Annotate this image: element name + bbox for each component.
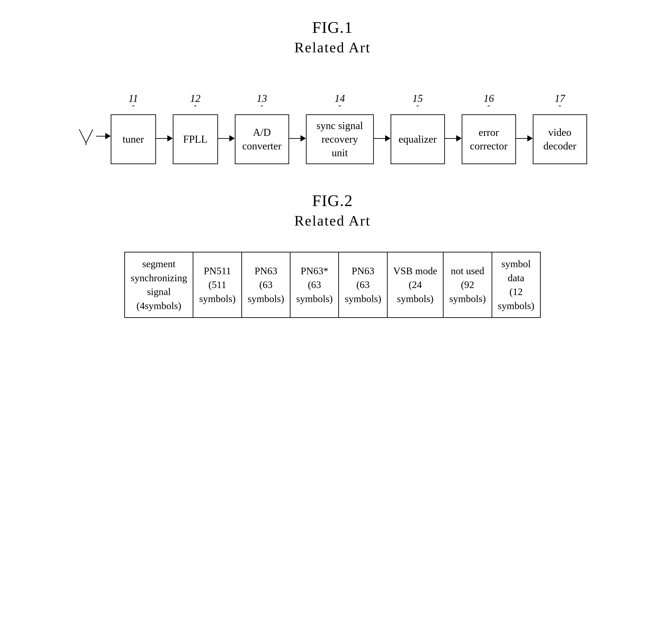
block-17-number: 17 — [555, 92, 565, 105]
block-11-label: tuner — [122, 132, 144, 146]
block-17-unit: 17 ˆ videodecoder — [533, 97, 587, 164]
block-12-unit: 12 ˆ FPLL — [173, 97, 218, 164]
block-13-box: A/Dconverter — [235, 114, 289, 164]
block-16-number: 16 — [483, 92, 494, 105]
block-11-number: 11 — [128, 92, 138, 105]
table-cell-pn63-1: PN63(63symbols) — [242, 252, 290, 318]
arrow-14-15 — [374, 135, 391, 141]
arrow-15-16 — [445, 135, 462, 141]
svg-line-1 — [86, 129, 93, 143]
fig1-subtitle: Related Art — [27, 39, 638, 56]
fig1-section: FIG.1 Related Art 11 ˆ — [27, 18, 638, 164]
block-15-box: equalizer — [391, 114, 445, 164]
block-13-unit: 13 ˆ A/Dconverter — [235, 97, 289, 164]
block-15-unit: 15 ˆ equalizer — [391, 97, 445, 164]
table-cell-segment: segmentsynchronizingsignal(4symbols) — [125, 252, 193, 318]
table-cell-not-used: not used(92symbols) — [443, 252, 492, 318]
svg-line-0 — [79, 129, 86, 143]
antenna-icon — [78, 127, 94, 145]
arrow-11-12 — [156, 135, 173, 141]
block-12-ref-area: 12 ˆ — [190, 97, 201, 113]
block-16-ref-area: 16 ˆ — [483, 97, 494, 113]
block-12-number: 12 — [190, 92, 201, 105]
block-16-unit: 16 ˆ errorcorrector — [462, 97, 516, 164]
block-14-number: 14 — [335, 92, 345, 105]
table-cell-pn511: PN511(511symbols) — [193, 252, 242, 318]
arrow-16-17 — [516, 135, 533, 141]
block-14-box: sync signalrecoveryunit — [306, 114, 374, 164]
block-12-tick: ˆ — [194, 105, 197, 113]
block-15-label: equalizer — [399, 132, 437, 146]
block-14-unit: 14 ˆ sync signalrecoveryunit — [306, 97, 374, 164]
fig1-title: FIG.1 — [27, 18, 638, 37]
fig2-subtitle: Related Art — [27, 212, 638, 229]
antenna — [78, 127, 94, 145]
table-cell-pn63star: PN63*(63symbols) — [290, 252, 339, 318]
fig2-title: FIG.2 — [27, 191, 638, 210]
block-11-box: tuner — [111, 114, 156, 164]
table-row: segmentsynchronizingsignal(4symbols) PN5… — [125, 252, 540, 318]
arrow-12-13 — [218, 135, 235, 141]
fig1-diagram: 11 ˆ tuner 12 ˆ FPLL — [27, 79, 638, 164]
block-11-unit: 11 ˆ tuner — [111, 97, 156, 164]
block-13-tick: ˆ — [261, 105, 263, 113]
table-cell-symbol-data: symboldata(12symbols) — [492, 252, 540, 318]
block-16-box: errorcorrector — [462, 114, 516, 164]
block-16-tick: ˆ — [488, 105, 490, 113]
block-17-ref-area: 17 ˆ — [555, 97, 565, 113]
block-15-ref-area: 15 ˆ — [413, 97, 423, 113]
block-17-tick: ˆ — [558, 105, 561, 113]
fig2-table: segmentsynchronizingsignal(4symbols) PN5… — [124, 252, 541, 318]
block-13-ref-area: 13 ˆ — [257, 97, 267, 113]
table-cell-vsb: VSB mode(24symbols) — [387, 252, 443, 318]
block-12-label: FPLL — [183, 132, 207, 146]
block-14-tick: ˆ — [339, 105, 341, 113]
fig2-table-container: segmentsynchronizingsignal(4symbols) PN5… — [27, 252, 638, 318]
page: FIG.1 Related Art 11 ˆ — [0, 0, 665, 644]
arrow-13-14 — [289, 135, 306, 141]
block-15-tick: ˆ — [416, 105, 419, 113]
fig2-section: FIG.2 Related Art segmentsynchronizingsi… — [27, 191, 638, 318]
block-16-label: errorcorrector — [470, 126, 508, 153]
block-11-ref-area: 11 ˆ — [128, 97, 138, 113]
block-17-box: videodecoder — [533, 114, 587, 164]
block-15-number: 15 — [413, 92, 423, 105]
block-13-label: A/Dconverter — [242, 126, 282, 153]
arrow-antenna-tuner — [96, 133, 111, 139]
block-14-label: sync signalrecoveryunit — [317, 119, 363, 159]
block-17-label: videodecoder — [544, 126, 576, 153]
block-14-ref-area: 14 ˆ — [335, 97, 345, 113]
table-cell-pn63-2: PN63(63symbols) — [339, 252, 387, 318]
block-13-number: 13 — [257, 92, 267, 105]
block-11-tick: ˆ — [132, 105, 135, 113]
block-12-box: FPLL — [173, 114, 218, 164]
